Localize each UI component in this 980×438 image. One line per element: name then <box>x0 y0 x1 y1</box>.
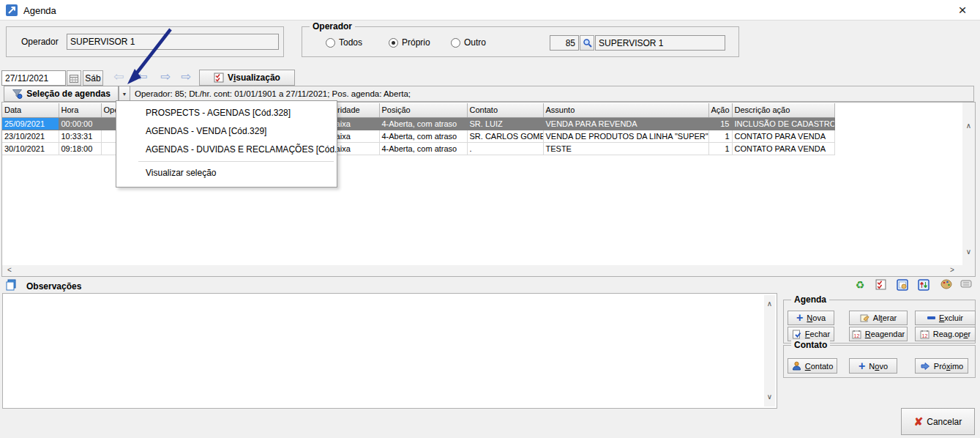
nav-first-icon[interactable]: ⇦ <box>110 69 127 84</box>
cancelar-label: Cancelar <box>927 417 962 427</box>
refresh-icon[interactable]: ♻ <box>854 279 866 291</box>
operator-field[interactable]: SUPERVISOR 1 <box>67 34 279 50</box>
fechar-button[interactable]: Fechar <box>788 327 834 341</box>
nav-previous-icon[interactable]: ⇦ <box>133 69 151 84</box>
sort-icon[interactable] <box>918 279 929 291</box>
nova-button[interactable]: +Nova <box>788 311 834 325</box>
table-cell[interactable]: 10:33:31 <box>59 130 101 142</box>
horizontal-scrollbar[interactable]: < > <box>2 265 962 276</box>
red-x-icon: ✘ <box>914 415 924 428</box>
vertical-scrollbar[interactable]: ∧ ∨ <box>962 103 975 265</box>
funnel-icon <box>12 89 23 99</box>
menu-item-1[interactable]: PROSPECTS - AGENDAS [Cód.328] <box>116 104 337 122</box>
radio-option-proprio: Próprio <box>389 37 430 48</box>
cancelar-button[interactable]: ✘ Cancelar <box>901 408 975 435</box>
nav-last-icon[interactable]: ⇨ <box>177 69 195 84</box>
weekday-button[interactable]: Sáb <box>83 70 103 86</box>
plus-icon: + <box>859 363 865 370</box>
table-cell[interactable]: 1 <box>708 142 732 155</box>
palette-icon[interactable] <box>940 279 952 291</box>
radio-proprio-label: Próprio <box>402 37 430 48</box>
visualizacao-button[interactable]: Visualização <box>199 70 295 86</box>
table-cell[interactable]: 15 <box>708 117 732 130</box>
proximo-button[interactable]: Próximo <box>915 358 968 374</box>
table-cell[interactable]: INCLUSÃO DE CADASTRO <box>732 117 834 130</box>
table-cell[interactable]: VENDA PARA REVENDA <box>543 117 708 130</box>
doc-check-icon <box>792 330 801 339</box>
radio-todos-label: Todos <box>339 37 362 48</box>
reagendar-button[interactable]: 12 Reagendar <box>849 327 908 341</box>
window-title: Agenda <box>23 5 56 16</box>
table-cell[interactable]: CONTATO PARA VENDA <box>732 130 834 142</box>
operator-search-button[interactable] <box>580 35 594 51</box>
titlebar: Agenda × <box>0 0 980 21</box>
close-icon[interactable]: × <box>954 1 971 19</box>
menu-item-2[interactable]: AGENDAS - VENDA [Cód.329] <box>116 122 337 141</box>
calendar-12-icon: 12 <box>852 330 861 339</box>
radio-option-todos: Todos <box>326 37 362 48</box>
scroll-up-icon[interactable]: ∧ <box>962 122 975 130</box>
operator-name-field[interactable]: SUPERVISOR 1 <box>595 35 725 51</box>
calendar-12-icon: 12 <box>920 330 929 339</box>
table-cell[interactable]: CONTATO PARA VENDA <box>732 142 834 155</box>
table-cell[interactable]: 09:18:00 <box>59 142 101 155</box>
tasks-icon[interactable] <box>875 279 887 291</box>
table-cell[interactable]: TESTE <box>543 142 708 155</box>
contato-button[interactable]: Contato <box>788 358 837 374</box>
observations-scrollbar[interactable]: ∧ ∨ <box>764 295 775 407</box>
notes-icon[interactable] <box>6 279 18 291</box>
nav-next-icon[interactable]: ⇨ <box>157 69 174 84</box>
date-input[interactable]: 27/11/2021 <box>1 70 66 86</box>
contato-group-legend: Contato <box>791 340 830 350</box>
scroll-left-icon[interactable]: < <box>5 266 14 274</box>
column-header-6[interactable]: Contato <box>467 103 543 117</box>
column-header-7[interactable]: Assunto <box>543 103 708 117</box>
minus-icon <box>927 316 935 319</box>
column-header-9[interactable]: Descrição ação <box>732 103 834 117</box>
table-cell[interactable]: 23/10/2021 <box>2 130 59 142</box>
column-header-1[interactable]: Data <box>2 103 59 117</box>
column-header-5[interactable]: Posição <box>379 103 467 117</box>
table-cell[interactable]: 00:00:00 <box>59 117 101 130</box>
table-cell[interactable]: 30/10/2021 <box>2 142 59 155</box>
selecao-agendas-button[interactable]: Seleção de agendas <box>4 86 119 102</box>
column-header-8[interactable]: Ação <box>708 103 732 117</box>
table-cell[interactable]: 4-Aberta, com atraso <box>379 130 467 142</box>
selecao-agendas-label: Seleção de agendas <box>26 89 111 99</box>
menu-item-visualizar-selecao[interactable]: Visualizar seleção <box>116 164 337 182</box>
agenda-group-legend: Agenda <box>791 294 829 305</box>
observations-textarea[interactable] <box>2 293 777 409</box>
scrollbar-corner <box>962 265 975 276</box>
menu-item-3[interactable]: AGENDAS - DUVIDAS E RECLAMAÇÕES [Cód.330… <box>116 141 337 159</box>
excluir-button[interactable]: Excluir <box>915 311 976 325</box>
scroll-right-icon[interactable]: > <box>948 266 957 274</box>
checklist-icon <box>214 73 224 83</box>
person-icon <box>792 361 801 371</box>
keyboard-icon[interactable] <box>960 279 972 291</box>
calendar-hand-icon[interactable] <box>897 279 908 291</box>
plus-icon: + <box>796 314 803 322</box>
obs-scroll-up-icon[interactable]: ∧ <box>764 300 775 308</box>
table-cell[interactable]: 4-Aberta, com atraso <box>379 117 467 130</box>
table-cell[interactable]: 1 <box>708 130 732 142</box>
edit-hand-icon <box>860 313 869 323</box>
radio-proprio[interactable] <box>389 38 398 48</box>
alterar-button[interactable]: Alterar <box>849 311 908 325</box>
table-cell[interactable]: 25/09/2021 <box>2 117 59 130</box>
table-cell[interactable]: SR. CARLOS GOMES <box>467 130 543 142</box>
table-cell[interactable]: SR. LUIZ <box>467 117 543 130</box>
column-header-2[interactable]: Hora <box>59 103 101 117</box>
selecao-dropdown-menu: PROSPECTS - AGENDAS [Cód.328]AGENDAS - V… <box>116 100 337 188</box>
novo-button[interactable]: +Novo <box>849 358 897 374</box>
calendar-button[interactable] <box>67 70 81 86</box>
table-cell[interactable]: . <box>467 142 543 155</box>
radio-outro[interactable] <box>451 38 460 48</box>
scroll-down-icon[interactable]: ∨ <box>962 248 975 256</box>
radio-todos[interactable] <box>326 38 335 48</box>
obs-scroll-down-icon[interactable]: ∨ <box>764 393 775 401</box>
operator-code-field[interactable]: 85 <box>550 35 579 51</box>
selecao-dropdown-button[interactable]: ▼ <box>119 86 130 102</box>
table-cell[interactable]: VENDA DE PRODUTOS DA LINHA "SUPER" <box>543 130 708 142</box>
table-cell[interactable]: 4-Aberta, com atraso <box>379 142 467 155</box>
reag-oper-button[interactable]: 12 Reag.oper <box>915 327 976 341</box>
